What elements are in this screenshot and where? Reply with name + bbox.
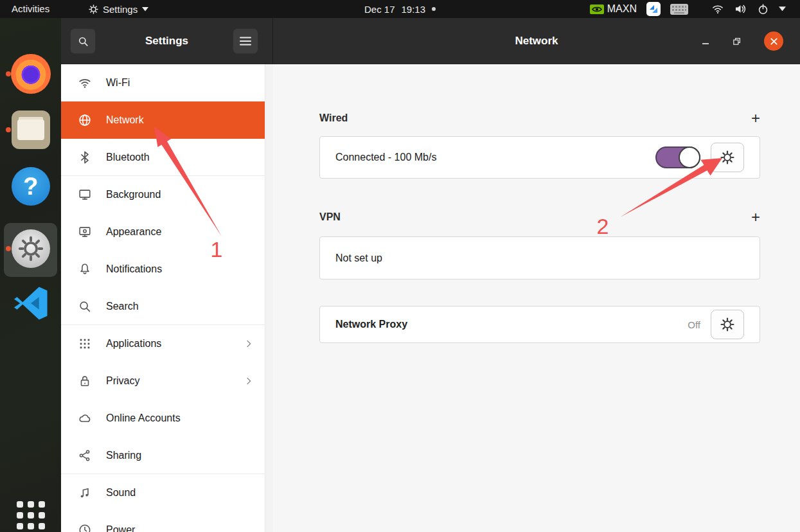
sidebar-list: Wi-Fi Network Bluetooth [61,64,273,532]
app-grid-icon [78,337,92,351]
minimize-button[interactable] [696,31,715,51]
add-vpn-button[interactable]: + [751,211,760,224]
vscode-icon [12,285,49,322]
hamburger-menu-button[interactable] [233,28,258,54]
hamburger-icon [240,37,251,46]
add-wired-connection-button[interactable]: + [751,112,760,125]
desktop: Activities Settings Dec 17 19:13 MAXN [0,0,800,532]
toggle-knob [679,146,700,168]
wifi-icon [78,76,92,90]
power-icon [78,523,92,532]
vpn-heading: VPN [319,211,341,223]
wired-status: Connected - 100 Mb/s [335,152,436,163]
sidebar-item-search[interactable]: Search [61,288,273,325]
chevron-right-icon [244,376,254,386]
magnifier-icon [78,299,92,314]
sidebar-item-network[interactable]: Network [61,102,273,139]
sidebar-item-privacy[interactable]: Privacy [61,362,273,400]
dock: ? [0,18,61,532]
network-proxy-row[interactable]: Network Proxy Off [319,306,760,343]
bluetooth-icon [78,150,92,164]
notification-dot-icon [432,7,436,11]
dock-item-app-grid[interactable] [0,501,61,529]
running-indicator [6,127,11,132]
bell-icon [78,262,92,276]
power-icon[interactable] [757,3,769,15]
sidebar-item-applications[interactable]: Applications [61,325,273,362]
proxy-status: Off [688,319,700,330]
vpn-status: Not set up [335,253,382,264]
appearance-icon [78,225,92,239]
sidebar-item-appearance[interactable]: Appearance [61,213,273,251]
help-icon: ? [12,167,50,206]
sidebar-item-label: Notifications [106,263,162,275]
volume-icon[interactable] [734,3,747,15]
vpn-section-header: VPN + [319,209,760,225]
wifi-status-icon[interactable] [711,3,724,15]
system-tray: MAXN [590,0,786,18]
gear-icon [720,150,734,164]
sidebar-item-label: Sharing [106,450,141,461]
running-indicator [6,246,11,251]
tray-app-icon[interactable] [646,2,661,16]
sidebar-item-label: Wi-Fi [106,77,130,89]
sidebar-item-label: Bluetooth [106,152,150,163]
dock-item-help[interactable]: ? [0,167,61,206]
sidebar-item-label: Appearance [106,226,161,238]
dock-item-vscode[interactable] [0,285,61,322]
chevron-right-icon [244,339,254,349]
sidebar-item-label: Applications [106,338,161,350]
app-grid-icon [17,501,45,529]
dock-item-files[interactable] [0,111,61,149]
sidebar-item-label: Background [106,189,161,200]
sidebar-item-notifications[interactable]: Notifications [61,251,273,288]
lock-icon [78,374,92,388]
sidebar-scrollbar[interactable] [265,64,273,532]
vpn-row[interactable]: Not set up [319,236,760,279]
sidebar-item-label: Privacy [106,375,139,387]
keyboard-icon[interactable] [670,4,688,15]
gpu-mode-indicator[interactable]: MAXN [590,3,637,15]
sidebar-item-wifi[interactable]: Wi-Fi [61,64,273,102]
monitor-icon [78,188,92,202]
proxy-settings-button[interactable] [711,310,744,339]
window-title: Network [273,18,800,64]
close-button[interactable] [764,31,783,51]
wired-settings-button[interactable] [711,143,744,172]
gpu-mode-label: MAXN [607,3,637,15]
firefox-icon [11,54,51,94]
network-content: Wired + Connected - 100 Mb/s VPN + Not s… [319,64,760,532]
dock-item-settings[interactable] [0,229,61,268]
minimize-icon [701,37,710,46]
gear-icon [720,317,734,332]
proxy-label: Network Proxy [335,319,407,330]
files-icon [12,111,50,149]
dock-item-firefox[interactable] [0,54,61,94]
network-panel: Network Wired + Connected - 100 Mb/ [273,18,800,532]
focused-app-highlight [4,223,57,277]
sidebar-item-label: Network [106,114,144,126]
clock-date: Dec 17 [364,4,395,15]
window-titlebar[interactable]: Network [273,18,800,64]
sidebar-item-power[interactable]: Power [61,511,273,532]
sidebar-item-label: Online Accounts [106,412,181,424]
restore-button[interactable] [727,31,746,51]
sidebar-item-label: Power [106,524,135,532]
music-note-icon [78,486,92,500]
restore-icon [732,37,742,46]
sidebar-item-sharing[interactable]: Sharing [61,437,273,474]
sidebar-item-sound[interactable]: Sound [61,474,273,511]
wired-toggle[interactable] [655,146,700,168]
system-top-bar: Activities Settings Dec 17 19:13 MAXN [0,0,800,18]
sidebar-item-label: Sound [106,487,136,499]
wired-heading: Wired [319,112,348,124]
globe-icon [78,113,92,127]
wired-connection-row[interactable]: Connected - 100 Mb/s [319,136,760,179]
share-icon [78,448,92,463]
sidebar-item-online-accounts[interactable]: Online Accounts [61,400,273,437]
chevron-down-icon[interactable] [779,6,786,12]
sidebar-item-bluetooth[interactable]: Bluetooth [61,139,273,176]
sidebar-item-background[interactable]: Background [61,176,273,213]
clock-time: 19:13 [401,4,425,15]
nvidia-logo-icon [590,4,604,14]
